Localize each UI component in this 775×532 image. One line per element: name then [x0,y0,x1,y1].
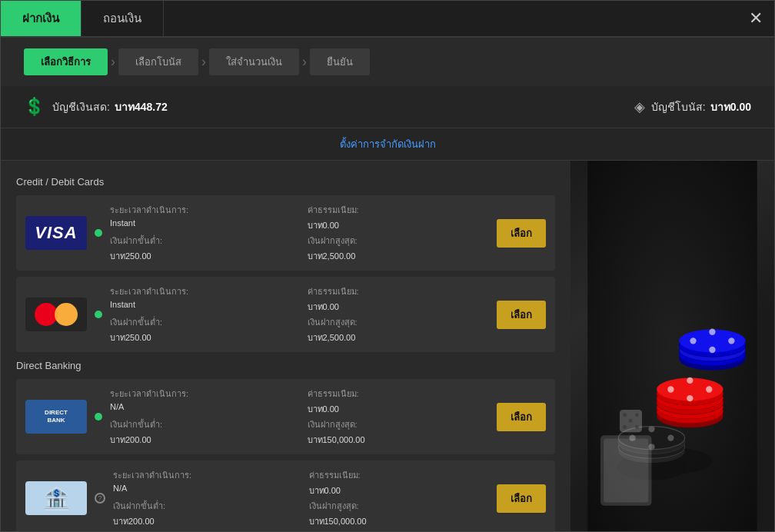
mastercard-logo [25,298,87,331]
step-enter-amount[interactable]: ใส่จำนวนเงิน [209,48,299,75]
list-item: DIRECTBANK ระยะเวลาดำเนินการ: ค่าธรรมเนี… [16,379,555,454]
close-button[interactable]: ✕ [737,1,774,36]
casino-image [570,161,774,531]
payment-info: ระยะเวลาดำเนินการ: ค่าธรรมเนียม: N/A บาท… [110,387,489,447]
bank-building-icon: 🏦 [43,486,70,511]
bank2-logo: 🏦 [25,481,87,515]
svg-point-9 [667,435,674,441]
step-confirm[interactable]: ยืนยัน [310,48,370,75]
svg-point-38 [623,425,627,429]
step-arrow-2: › [201,54,206,70]
svg-point-37 [629,419,633,423]
cash-icon: 💲 [24,97,45,117]
bank1-logo: DIRECTBANK [25,400,87,434]
svg-point-10 [648,426,654,432]
payment-info: ระยะเวลาดำเนินการ: ค่าธรรมเนียม: N/A บาท… [113,468,489,528]
status-dot-active [95,311,102,318]
visa-logo: VISA [25,216,87,250]
svg-point-36 [635,413,639,417]
svg-point-30 [709,329,715,335]
payment-info: ระยะเวลาดำเนินการ: ค่าธรรมเนียม: Instant… [110,284,489,344]
section-title-direct-banking: Direct Banking [16,360,555,371]
status-dot-unknown: ? [95,493,105,504]
right-panel [570,161,774,531]
svg-point-35 [623,413,627,417]
main-content: Credit / Debit Cards VISA ระยะเวลาดำเนิน… [1,161,774,531]
step-arrow-3: › [302,54,307,70]
svg-point-28 [690,337,696,344]
list-item: VISA ระยะเวลาดำเนินการ: ค่าธรรมเนียม: In… [16,195,555,271]
list-item: 🏦 ? ระยะเวลาดำเนินการ: ค่าธรรมเนียม: N/A… [16,461,555,531]
svg-point-21 [687,377,693,384]
step-arrow-1: › [111,54,115,70]
svg-point-31 [709,347,715,353]
tab-deposit[interactable]: ฝากเงิน [1,1,81,36]
step-select-method[interactable]: เลือกวิธีการ [24,48,108,75]
step-select-bonus[interactable]: เลือกโบนัส [118,48,198,75]
section-title-cards: Credit / Debit Cards [16,176,555,188]
svg-point-39 [635,425,639,429]
modal-header: ฝากเงิน ถอนเงิน ✕ [1,1,774,38]
select-button-mastercard[interactable]: เลือก [497,301,546,329]
status-dot-active [95,229,102,237]
svg-rect-33 [604,439,648,503]
select-button-bank2[interactable]: เลือก [497,484,546,513]
payment-info: ระยะเวลาดำเนินการ: ค่าธรรมเนียม: Instant… [110,203,489,263]
list-item: ระยะเวลาดำเนินการ: ค่าธรรมเนียม: Instant… [16,277,555,352]
payment-section: Credit / Debit Cards VISA ระยะเวลาดำเนิน… [1,161,570,531]
svg-point-29 [728,337,734,344]
svg-point-19 [667,386,674,392]
svg-point-22 [687,395,693,401]
steps-bar: เลือกวิธีการ › เลือกโบนัส › ใส่จำนวนเงิน… [1,38,774,86]
limit-link[interactable]: ตั้งค่าการจำกัดเงินฝาก [24,136,751,152]
status-dot-active [95,413,102,421]
balance-row: 💲 บัญชีเงินสด: บาท448.72 ◈ บัญชีโบนัส: บ… [1,86,774,128]
limit-link-row: ตั้งค่าการจำกัดเงินฝาก [1,128,774,161]
tab-withdraw[interactable]: ถอนเงิน [81,1,164,36]
svg-point-20 [706,386,712,392]
bonus-icon: ◈ [634,98,645,115]
modal: ฝากเงิน ถอนเงิน ✕ เลือกวิธีการ › เลือกโบ… [0,0,775,532]
select-button-visa[interactable]: เลือก [497,219,546,248]
select-button-bank1[interactable]: เลือก [497,403,546,431]
